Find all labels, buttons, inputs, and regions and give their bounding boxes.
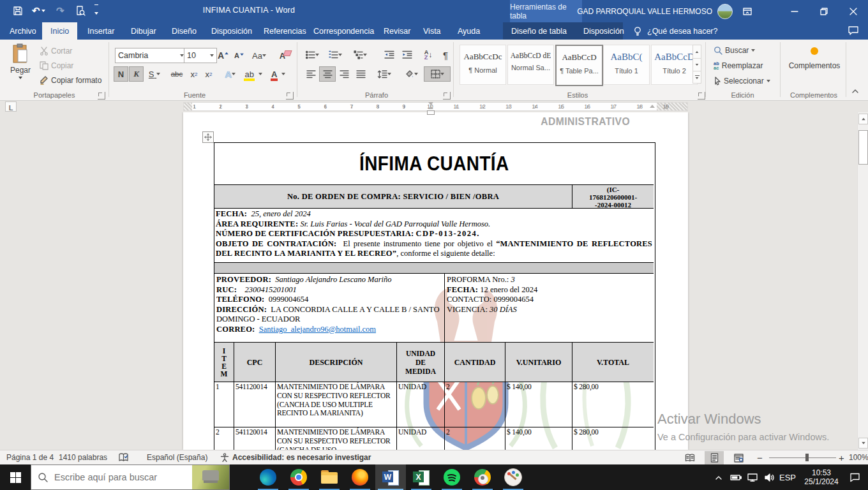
zoom-in-button[interactable]: +	[839, 450, 844, 464]
search-input[interactable]	[53, 471, 192, 483]
vertical-scrollbar[interactable]	[857, 112, 868, 450]
taskbar-app-word[interactable]: W	[375, 464, 406, 490]
right-indent-marker[interactable]	[650, 105, 655, 108]
read-mode-button[interactable]	[680, 451, 700, 464]
start-button[interactable]	[0, 464, 31, 490]
account-info[interactable]: GAD PARROQUIAL VALLE HERMOSO	[577, 4, 733, 19]
tab-diseno[interactable]: Diseño	[163, 22, 205, 40]
tab-selector[interactable]: L	[5, 101, 17, 112]
taskbar-app-excel[interactable]: X	[406, 464, 437, 490]
underline-button[interactable]: S	[144, 66, 165, 82]
justify-button[interactable]	[352, 66, 369, 82]
tab-ayuda[interactable]: Ayuda	[449, 22, 488, 40]
close-button[interactable]	[839, 0, 868, 22]
decrease-indent-button[interactable]	[380, 47, 398, 63]
font-name-combobox[interactable]: Cambria	[115, 48, 187, 63]
minimize-button[interactable]	[780, 0, 809, 22]
cut-button[interactable]: Cortar	[40, 47, 72, 56]
taskbar-app-chrome-profile[interactable]	[467, 464, 498, 490]
first-line-indent-marker[interactable]	[428, 102, 433, 109]
subscript-button[interactable]: x2	[186, 66, 202, 82]
tray-clock[interactable]: 10:5325/1/2024	[800, 464, 842, 490]
zoom-slider-track[interactable]	[769, 457, 836, 458]
scrollbar-thumb[interactable]	[858, 130, 868, 165]
word-count[interactable]: 1410 palabras	[59, 450, 107, 464]
text-effects-button[interactable]: A	[220, 66, 241, 82]
tray-chevron-button[interactable]	[710, 464, 728, 490]
tray-volume-button[interactable]	[761, 464, 777, 490]
scroll-down-button[interactable]	[858, 438, 868, 449]
styles-gallery-scrollbar[interactable]	[692, 45, 701, 84]
page-indicator[interactable]: Página 1 de 4	[6, 450, 54, 464]
zoom-out-button[interactable]: −	[757, 450, 763, 464]
tray-battery-button[interactable]	[728, 464, 744, 490]
replace-button[interactable]: abac Reemplazar	[714, 61, 763, 70]
taskbar-app-spotify[interactable]	[437, 464, 467, 490]
avatar[interactable]	[717, 4, 733, 19]
tab-disposicion-tabla[interactable]: Disposición	[575, 22, 632, 40]
ribbon-display-options-button[interactable]	[733, 0, 762, 22]
bullets-button[interactable]	[303, 47, 322, 63]
tab-correspondencia[interactable]: Correspondencia	[305, 22, 382, 40]
web-layout-button[interactable]	[729, 451, 748, 464]
print-layout-button[interactable]	[705, 451, 724, 464]
tab-insertar[interactable]: Insertar	[79, 22, 123, 40]
search-highlight-image[interactable]	[192, 465, 229, 489]
align-center-button[interactable]	[319, 66, 336, 82]
grow-font-button[interactable]: A	[215, 48, 232, 63]
font-color-button[interactable]: A	[267, 66, 290, 82]
style-titulo-2[interactable]: AaBbCcDTítulo 2	[651, 45, 698, 85]
styles-dialog-launcher[interactable]	[698, 92, 705, 100]
language-indicator[interactable]: Español (España)	[147, 450, 207, 464]
tab-archivo[interactable]: Archivo	[1, 22, 45, 40]
line-spacing-button[interactable]	[373, 66, 396, 82]
increase-indent-button[interactable]	[398, 47, 416, 63]
restore-button[interactable]	[809, 0, 839, 22]
taskbar-app-chrome[interactable]	[283, 464, 314, 490]
shading-button[interactable]	[400, 66, 423, 82]
style-titulo-1[interactable]: AaBbC(Título 1	[603, 45, 650, 85]
tray-network-button[interactable]	[744, 464, 761, 490]
tab-dibujar[interactable]: Dibujar	[123, 22, 165, 40]
indent-drag-handle[interactable]	[427, 110, 435, 115]
tab-revisar[interactable]: Revisar	[375, 22, 419, 40]
clipboard-dialog-launcher[interactable]	[98, 92, 105, 100]
select-button[interactable]: Seleccionar	[714, 77, 770, 85]
collapse-ribbon-button[interactable]	[851, 88, 859, 94]
borders-button[interactable]	[424, 66, 451, 82]
multilevel-list-button[interactable]	[348, 47, 371, 63]
tab-inicio[interactable]: Inicio	[42, 22, 77, 40]
format-painter-button[interactable]: Copiar formato	[40, 76, 101, 85]
tab-disposicion[interactable]: Disposición	[203, 22, 260, 40]
clear-formatting-button[interactable]: A	[276, 48, 295, 63]
taskbar-app-edge[interactable]	[253, 464, 283, 490]
tray-language[interactable]: ESP	[777, 464, 798, 490]
document-table[interactable]: ÍNFIMA CUANTÍA No. DE ORDEN DE COMPRA: S…	[214, 142, 655, 450]
style-normal-sa[interactable]: AaBbCcD dENormal Sa...	[507, 45, 554, 85]
accessibility-button[interactable]: Accesibilidad: es necesario investigar	[220, 450, 371, 464]
shrink-font-button[interactable]: A	[232, 48, 247, 63]
paste-button[interactable]: Pegar	[6, 43, 34, 79]
zoom-level[interactable]: 100%	[849, 450, 868, 464]
taskbar-search[interactable]	[31, 464, 230, 490]
email-link[interactable]: Santiago_alejandro96@hotmail.com	[259, 325, 376, 334]
comments-button[interactable]	[848, 25, 859, 36]
find-button[interactable]: Buscar	[714, 46, 755, 55]
document-page[interactable]: ADMINISTRATIVO	[183, 112, 688, 450]
copy-button[interactable]: Copiar	[40, 61, 73, 70]
tab-diseno-de-tabla[interactable]: Diseño de tabla	[503, 22, 575, 40]
style-table-paragraph[interactable]: AaBbCcD¶ Table Pa...	[555, 45, 603, 86]
taskbar-app-paint[interactable]	[498, 464, 528, 490]
tell-me-box[interactable]: ¿Qué desea hacer?	[633, 22, 718, 40]
change-case-button[interactable]: Aa	[249, 48, 269, 63]
highlight-color-button[interactable]: ab	[242, 66, 265, 82]
bold-button[interactable]: N	[114, 66, 128, 82]
table-move-handle[interactable]	[202, 131, 214, 143]
taskbar-app-firefox[interactable]	[345, 464, 375, 490]
addins-button[interactable]: Complementos	[785, 47, 844, 70]
strikethrough-button[interactable]: abc	[167, 66, 186, 82]
italic-button[interactable]: K	[129, 66, 144, 82]
tab-vista[interactable]: Vista	[415, 22, 449, 40]
paragraph-dialog-launcher[interactable]	[443, 92, 451, 100]
superscript-button[interactable]: x2	[201, 66, 216, 82]
